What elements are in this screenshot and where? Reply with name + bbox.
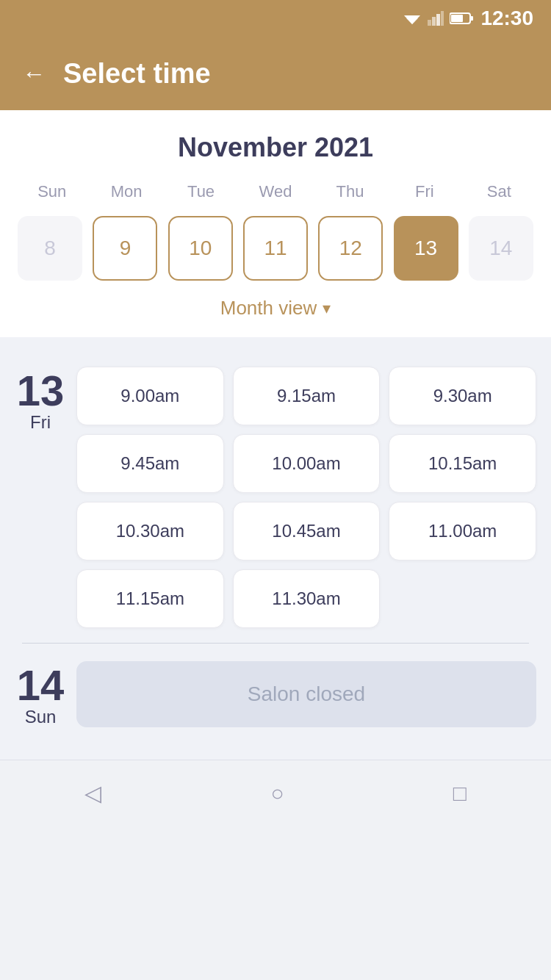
- weekday-wed: Wed: [238, 178, 312, 206]
- day-cell-9[interactable]: 9: [93, 216, 157, 281]
- day-number-14: 14: [17, 664, 65, 707]
- battery-icon: [450, 12, 473, 25]
- signal-icon: [428, 11, 444, 26]
- day-cell-14[interactable]: 14: [469, 216, 533, 281]
- weekday-fri: Fri: [387, 178, 461, 206]
- status-time: 12:30: [480, 7, 533, 30]
- day-cell-11[interactable]: 11: [243, 216, 308, 281]
- weekday-labels: Sun Mon Tue Wed Thu Fri Sat: [15, 178, 536, 206]
- page-title: Select time: [63, 58, 211, 90]
- svg-rect-5: [441, 11, 444, 26]
- svg-rect-4: [436, 14, 440, 26]
- day-block-14: 14 Sun Salon closed: [15, 644, 536, 745]
- day-cell-8[interactable]: 8: [18, 216, 82, 281]
- nav-back-icon: ◁: [84, 781, 101, 805]
- svg-marker-1: [406, 18, 418, 24]
- nav-recent-icon: □: [453, 781, 467, 805]
- salon-closed-label: Salon closed: [248, 682, 365, 706]
- timeslot-915am[interactable]: 9.15am: [233, 367, 381, 425]
- nav-bar: ◁ ○ □: [0, 760, 551, 826]
- month-view-label: Month view: [220, 297, 317, 320]
- timeslot-1015am[interactable]: 10.15am: [389, 434, 536, 493]
- day-cell-13[interactable]: 13: [394, 216, 458, 281]
- status-bar: 12:30: [0, 0, 551, 37]
- weekday-sun: Sun: [15, 178, 89, 206]
- timeslot-900am[interactable]: 9.00am: [76, 367, 224, 425]
- status-icons: [403, 11, 473, 26]
- day-name-14: Sun: [25, 707, 57, 727]
- weekday-mon: Mon: [89, 178, 163, 206]
- month-view-toggle[interactable]: Month view ▾: [15, 284, 536, 330]
- wifi-icon: [403, 11, 422, 26]
- day-name-13: Fri: [30, 412, 51, 433]
- nav-home-icon: ○: [270, 781, 284, 805]
- weekday-tue: Tue: [164, 178, 238, 206]
- timeslots-section: 13 Fri 9.00am 9.15am 9.30am 9.45am 10.00…: [0, 337, 551, 760]
- day-label-14: 14 Sun: [15, 661, 66, 727]
- day-cell-12[interactable]: 12: [318, 216, 383, 281]
- timeslot-1100am[interactable]: 11.00am: [389, 502, 536, 561]
- weekday-sat: Sat: [462, 178, 536, 206]
- day-cell-10[interactable]: 10: [168, 216, 233, 281]
- nav-recent-button[interactable]: □: [446, 774, 474, 813]
- weekday-thu: Thu: [313, 178, 387, 206]
- app-header: ← Select time: [0, 37, 551, 110]
- svg-rect-3: [432, 17, 436, 26]
- svg-rect-8: [451, 15, 463, 22]
- day-number-13: 13: [17, 370, 65, 412]
- nav-back-button[interactable]: ◁: [77, 773, 109, 813]
- timeslot-930am[interactable]: 9.30am: [389, 367, 536, 425]
- month-title: November 2021: [15, 132, 536, 163]
- nav-home-button[interactable]: ○: [263, 774, 291, 813]
- chevron-down-icon: ▾: [323, 299, 331, 318]
- svg-rect-2: [428, 20, 431, 26]
- time-grid-13: 9.00am 9.15am 9.30am 9.45am 10.00am 10.1…: [76, 367, 536, 628]
- timeslot-1045am[interactable]: 10.45am: [233, 502, 381, 561]
- timeslot-1115am[interactable]: 11.15am: [76, 569, 224, 628]
- day-label-13: 13 Fri: [15, 367, 66, 628]
- day-block-13: 13 Fri 9.00am 9.15am 9.30am 9.45am 10.00…: [15, 352, 536, 643]
- timeslot-1130am[interactable]: 11.30am: [233, 569, 381, 628]
- svg-rect-7: [470, 16, 473, 21]
- calendar-section: November 2021 Sun Mon Tue Wed Thu Fri Sa…: [0, 110, 551, 337]
- back-button[interactable]: ←: [22, 60, 46, 87]
- timeslot-1000am[interactable]: 10.00am: [233, 434, 381, 493]
- salon-closed-box: Salon closed: [76, 661, 536, 727]
- timeslot-1030am[interactable]: 10.30am: [76, 502, 224, 561]
- timeslot-945am[interactable]: 9.45am: [76, 434, 224, 493]
- week-row: 8 9 10 11 12 13 14: [15, 213, 536, 284]
